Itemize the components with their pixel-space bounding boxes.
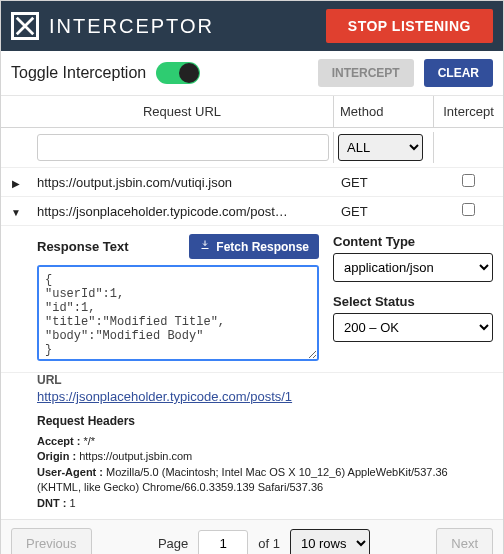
header-line: Origin : https://output.jsbin.com [37, 449, 493, 464]
app-header: INTERCEPTOR STOP LISTENING [1, 1, 503, 51]
intercept-checkbox[interactable] [462, 203, 475, 216]
header-line: User-Agent : Mozilla/5.0 (Macintosh; Int… [37, 465, 493, 496]
column-header-method: Method [333, 96, 433, 127]
request-row: https://output.jsbin.com/vutiqi.json GET [1, 168, 503, 197]
detail-full-url-link[interactable]: https://jsonplaceholder.typicode.com/pos… [37, 389, 493, 404]
next-page-button[interactable]: Next [436, 528, 493, 554]
request-detail-extra: URL https://jsonplaceholder.typicode.com… [1, 373, 503, 519]
pagination-bar: Previous Page of 1 10 rows Next [1, 519, 503, 554]
request-row: https://jsonplaceholder.typicode.com/pos… [1, 197, 503, 226]
detail-url-label: URL [37, 373, 493, 387]
clear-button[interactable]: CLEAR [424, 59, 493, 87]
table-header: Request URL Method Intercept [1, 96, 503, 128]
column-header-intercept: Intercept [433, 96, 503, 127]
request-url-cell[interactable]: https://jsonplaceholder.typicode.com/pos… [31, 204, 333, 219]
url-filter-input[interactable] [37, 134, 329, 161]
page-label: Page [158, 536, 188, 551]
select-status-label: Select Status [333, 294, 493, 309]
fetch-response-button[interactable]: Fetch Response [189, 234, 319, 259]
method-filter-select[interactable]: ALL [338, 134, 423, 161]
request-headers-title: Request Headers [37, 414, 493, 428]
expand-row-icon[interactable] [12, 175, 20, 190]
header-line: DNT : 1 [37, 496, 493, 511]
response-body-textarea[interactable] [37, 265, 319, 361]
app-logo-icon [11, 12, 39, 40]
header-line: Accept : */* [37, 434, 493, 449]
intercept-checkbox[interactable] [462, 174, 475, 187]
request-method-cell: GET [333, 175, 433, 190]
request-url-cell[interactable]: https://output.jsbin.com/vutiqi.json [31, 175, 333, 190]
toggle-interception-switch[interactable] [156, 62, 200, 84]
toolbar: Toggle Interception INTERCEPT CLEAR [1, 51, 503, 96]
previous-page-button[interactable]: Previous [11, 528, 92, 554]
page-number-input[interactable] [198, 530, 248, 554]
app-title: INTERCEPTOR [49, 15, 316, 38]
page-of-label: of 1 [258, 536, 280, 551]
rows-per-page-select[interactable]: 10 rows [290, 529, 370, 554]
request-detail-panel: Response Text Fetch Response Content Typ… [1, 226, 503, 373]
response-text-label: Response Text [37, 239, 129, 254]
fetch-response-label: Fetch Response [216, 240, 309, 254]
column-header-url: Request URL [31, 96, 333, 127]
stop-listening-button[interactable]: STOP LISTENING [326, 9, 493, 43]
content-type-select[interactable]: application/json [333, 253, 493, 282]
request-method-cell: GET [333, 204, 433, 219]
status-select[interactable]: 200 – OK [333, 313, 493, 342]
collapse-row-icon[interactable] [11, 204, 21, 219]
content-type-label: Content Type [333, 234, 493, 249]
download-icon [199, 239, 211, 254]
toggle-interception-label: Toggle Interception [11, 64, 146, 82]
filter-row: ALL [1, 128, 503, 168]
intercept-button[interactable]: INTERCEPT [318, 59, 414, 87]
